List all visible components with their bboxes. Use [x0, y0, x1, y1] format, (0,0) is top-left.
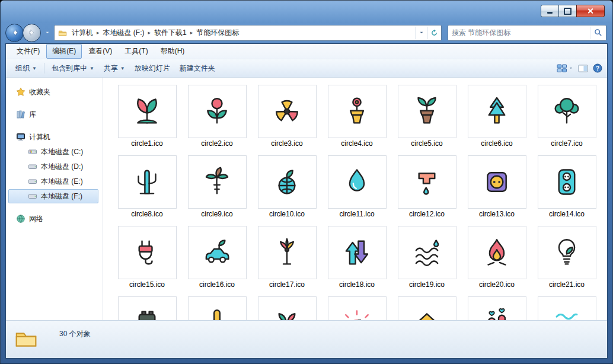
file-tile[interactable]	[182, 296, 252, 320]
toolbar-button[interactable]: 放映幻灯片	[130, 61, 175, 76]
file-tile[interactable]	[252, 296, 322, 320]
file-tile[interactable]	[322, 296, 392, 320]
file-area[interactable]: circle1.icocircle2.icocircle3.icocircle4…	[103, 78, 607, 320]
breadcrumb-segment[interactable]: 软件下载1	[151, 27, 190, 39]
view-tiles-icon	[557, 63, 567, 73]
toolbar-button-label: 放映幻灯片	[135, 63, 170, 74]
refresh-button[interactable]	[427, 27, 440, 39]
sidebar-item[interactable]: 网络	[8, 212, 98, 226]
file-tile[interactable]: circle4.ico	[322, 85, 392, 148]
file-tile[interactable]: circle3.ico	[252, 85, 322, 148]
sidebar-item[interactable]: 库	[8, 107, 98, 122]
potted-flower-icon	[328, 85, 387, 138]
file-tile[interactable]: circle18.ico	[322, 226, 392, 289]
menu-item[interactable]: 工具(T)	[119, 44, 154, 59]
palm-icon	[188, 155, 247, 209]
window-controls	[541, 5, 605, 17]
sidebar-item-label: 本地磁盘 (D:)	[41, 162, 83, 172]
file-name: circle19.ico	[409, 280, 445, 289]
file-tile[interactable]: circle10.ico	[252, 155, 322, 218]
close-button[interactable]	[576, 5, 605, 17]
search-input[interactable]	[448, 28, 590, 37]
forward-button[interactable]	[23, 24, 41, 42]
file-tile[interactable]: circle7.ico	[532, 85, 602, 148]
sidebar-item-label: 计算机	[29, 132, 50, 142]
toolbar-button[interactable]: 组织▼	[11, 61, 41, 76]
file-tile[interactable]: circle2.ico	[182, 85, 252, 148]
file-tile[interactable]: circle20.ico	[462, 226, 532, 289]
search-box[interactable]	[448, 25, 606, 41]
file-tile[interactable]: circle13.ico	[462, 155, 532, 218]
file-name: circle6.ico	[481, 139, 512, 148]
titlebar[interactable]	[1, 1, 612, 22]
file-name: circle13.ico	[479, 210, 515, 218]
menu-item[interactable]: 查看(V)	[82, 44, 118, 59]
chevron-down-icon: ▼	[120, 66, 125, 71]
file-name: circle4.ico	[341, 139, 372, 148]
sidebar-item[interactable]: 本地磁盘 (D:)	[8, 159, 98, 174]
file-tile[interactable]	[532, 296, 602, 320]
sidebar: 收藏夹库计算机本地磁盘 (C:)本地磁盘 (D:)本地磁盘 (E:)本地磁盘 (…	[6, 78, 103, 320]
toolbar-separator	[44, 63, 44, 74]
file-tile[interactable]: circle6.ico	[462, 85, 532, 148]
sidebar-item-label: 网络	[29, 214, 43, 224]
toolbar-button-label: 共享	[104, 63, 118, 74]
file-tile[interactable]: circle15.ico	[112, 226, 182, 289]
sidebar-item[interactable]: 本地磁盘 (C:)	[8, 145, 98, 159]
change-view-button[interactable]	[557, 63, 573, 73]
menu-item[interactable]: 帮助(H)	[155, 44, 191, 59]
breadcrumb-segment[interactable]: 计算机	[69, 27, 96, 39]
file-tile[interactable]: circle1.ico	[112, 85, 182, 148]
file-tile[interactable]: circle16.ico	[182, 226, 252, 289]
file-tile[interactable]	[392, 296, 462, 320]
toolbar: 组织▼包含到库中▼共享▼放映幻灯片新建文件夹 ?	[6, 59, 607, 78]
tree-icon	[538, 85, 596, 138]
breadcrumb-segment[interactable]: 节能环保图标	[193, 27, 242, 39]
battery-leaf-icon	[118, 296, 177, 320]
sidebar-item[interactable]: 本地磁盘 (E:)	[8, 174, 98, 189]
minimize-button[interactable]	[541, 5, 559, 17]
chevron-down-icon: ▼	[32, 66, 37, 71]
preview-pane-button[interactable]	[578, 64, 588, 73]
file-tile[interactable]: circle21.ico	[532, 226, 602, 289]
toolbar-button[interactable]: 新建文件夹	[175, 61, 220, 76]
toolbar-button[interactable]: 包含到库中▼	[47, 61, 99, 76]
file-tile[interactable]	[462, 296, 532, 320]
file-tile[interactable]: circle8.ico	[112, 155, 182, 218]
disk-icon	[28, 177, 37, 186]
file-tile[interactable]: circle19.ico	[392, 226, 462, 289]
file-tile[interactable]: circle17.ico	[252, 226, 322, 289]
recent-pages-dropdown[interactable]	[43, 26, 52, 39]
file-name: circle16.ico	[199, 280, 235, 289]
client-area: 文件(F)编辑(E)查看(V)工具(T)帮助(H) 组织▼包含到库中▼共享▼放映…	[5, 43, 608, 359]
address-dropdown-button[interactable]	[415, 27, 427, 39]
file-tile[interactable]: circle11.ico	[322, 155, 392, 218]
toolbar-button-label: 包含到库中	[52, 63, 87, 74]
lever-icon	[188, 296, 247, 320]
file-tile[interactable]: circle14.ico	[532, 155, 602, 218]
menu-item[interactable]: 编辑(E)	[46, 44, 82, 59]
water-waves-icon	[398, 226, 456, 279]
sprout-icon	[118, 85, 177, 138]
sidebar-item[interactable]: 收藏夹	[8, 85, 98, 99]
file-tile[interactable]: circle5.ico	[392, 85, 462, 148]
file-tile[interactable]: circle9.ico	[182, 155, 252, 218]
help-button[interactable]: ?	[593, 63, 602, 73]
sidebar-item[interactable]: 本地磁盘 (F:)	[8, 189, 98, 203]
file-tile[interactable]	[112, 296, 182, 320]
star-icon	[16, 87, 25, 97]
breadcrumb-segment[interactable]: 本地磁盘 (F:)	[100, 27, 148, 39]
file-tile[interactable]: circle12.ico	[392, 155, 462, 218]
help-icon: ?	[593, 63, 602, 73]
file-name: circle1.ico	[131, 139, 162, 148]
sidebar-item[interactable]: 计算机	[8, 130, 98, 144]
search-icon[interactable]	[590, 27, 606, 39]
back-arrow-icon	[11, 28, 19, 37]
back-button[interactable]	[5, 24, 24, 42]
address-bar[interactable]: 计算机▸本地磁盘 (F:)▸软件下载1▸节能环保图标	[54, 25, 442, 41]
file-name: circle18.ico	[339, 280, 375, 289]
maximize-button[interactable]	[558, 5, 577, 17]
toolbar-button[interactable]: 共享▼	[99, 61, 130, 76]
menu-item[interactable]: 文件(F)	[11, 44, 46, 59]
refresh-icon	[430, 29, 438, 37]
